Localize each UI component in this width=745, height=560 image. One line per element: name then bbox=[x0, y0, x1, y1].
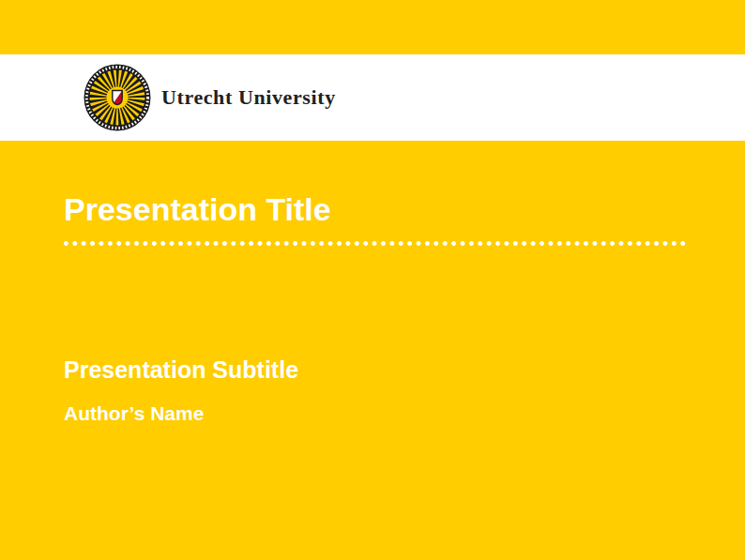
university-seal-icon bbox=[84, 64, 151, 131]
logo-band: Utrecht University bbox=[0, 54, 745, 141]
utrecht-university-logo: Utrecht University bbox=[84, 64, 336, 131]
university-name-label: Utrecht University bbox=[161, 85, 336, 110]
dotted-divider bbox=[64, 240, 685, 247]
presentation-subtitle: Presentation Subtitle bbox=[64, 357, 298, 384]
title-slide: Utrecht University Presentation Title Pr… bbox=[0, 0, 745, 560]
author-name: Author’s Name bbox=[64, 402, 204, 424]
presentation-title: Presentation Title bbox=[64, 193, 331, 225]
